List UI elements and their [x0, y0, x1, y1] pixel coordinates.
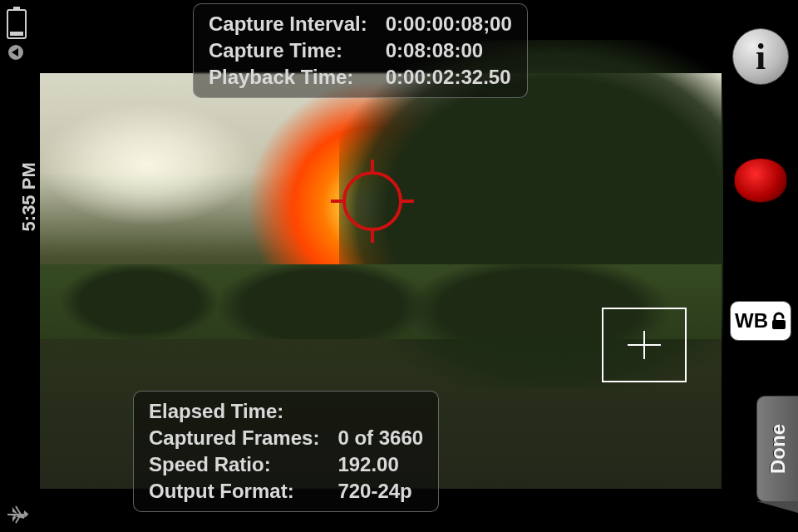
exposure-reticle[interactable] — [331, 160, 414, 243]
elapsed-time-value — [337, 400, 423, 423]
status-clock: 5:35 PM — [18, 162, 40, 231]
output-format-label: Output Format: — [149, 480, 319, 503]
svg-rect-2 — [10, 32, 23, 36]
output-format-value: 720-24p — [337, 480, 423, 503]
speed-ratio-label: Speed Ratio: — [149, 453, 319, 476]
white-balance-button[interactable]: WB — [730, 301, 791, 341]
progress-panel: Elapsed Time: Captured Frames: 0 of 3660… — [133, 391, 439, 512]
unlock-icon — [771, 312, 786, 330]
location-icon — [8, 45, 23, 60]
info-button[interactable]: i — [732, 28, 789, 85]
captured-frames-label: Captured Frames: — [149, 426, 319, 450]
right-toolbar: i WB Done — [723, 0, 798, 532]
airplane-mode-icon — [6, 502, 31, 527]
record-button[interactable] — [734, 158, 787, 203]
capture-interval-label: Capture Interval: — [209, 12, 367, 36]
done-button[interactable]: Done — [756, 396, 798, 502]
timing-panel: Capture Interval: 0:00:00:08;00 Capture … — [193, 3, 528, 98]
info-icon: i — [756, 36, 766, 78]
svg-rect-3 — [772, 320, 786, 329]
battery-icon — [5, 7, 28, 40]
white-balance-label: WB — [735, 311, 768, 331]
playback-time-value: 0:00:02:32.50 — [386, 66, 512, 89]
capture-time-value: 0:08:08:00 — [386, 39, 512, 62]
captured-frames-value: 0 of 3660 — [337, 426, 423, 450]
focus-box[interactable] — [602, 308, 687, 382]
done-label: Done — [768, 424, 788, 474]
playback-time-label: Playback Time: — [209, 66, 367, 89]
elapsed-time-label: Elapsed Time: — [149, 400, 319, 423]
speed-ratio-value: 192.00 — [337, 453, 423, 476]
capture-time-label: Capture Time: — [209, 39, 367, 62]
capture-interval-value: 0:00:00:08;00 — [386, 12, 512, 36]
